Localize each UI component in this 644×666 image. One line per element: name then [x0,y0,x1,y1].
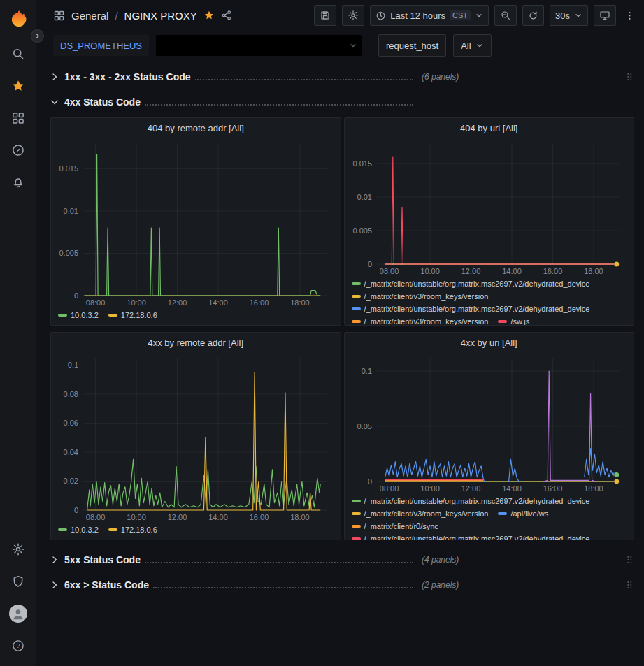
legend-item[interactable]: /_matrix/client/v3/room_keys/version [352,291,489,301]
sidebar-item-search[interactable] [0,38,36,70]
legend-item[interactable]: 10.0.3.2 [58,525,99,535]
row-drag-handle[interactable] [624,554,634,565]
share-icon[interactable] [221,10,232,21]
panel-title[interactable]: 4xx by remote addr [All] [51,333,341,352]
sidebar-item-alerting[interactable] [0,166,36,198]
legend-series-marker [352,512,361,515]
time-series-chart[interactable]: 08:0010:0012:0014:0016:0018:0000.020.040… [55,352,336,523]
panel-4xx-by-uri: 4xx by uri [All] 08:0010:0012:0014:0016:… [344,332,635,540]
svg-text:18:00: 18:00 [290,513,310,521]
row-header-1xx-3xx-2xx[interactable]: 1xx - 3xx - 2xx Status Code (6 panels) [50,67,634,87]
grafana-logo-icon [8,8,29,29]
svg-text:16:00: 16:00 [543,267,562,275]
sidebar-item-profile[interactable] [0,598,36,630]
row-header-4xx[interactable]: 4xx Status Code [50,92,634,112]
legend-item[interactable]: /_matrix/client/unstable/org.matrix.msc2… [352,279,590,289]
row-header-5xx[interactable]: 5xx Status Code (4 panels) [50,550,634,570]
sidebar-expand-button[interactable] [31,29,44,43]
legend-series-marker [352,282,361,285]
row-drag-handle[interactable] [624,579,634,591]
svg-text:0: 0 [74,291,78,300]
svg-text:18:00: 18:00 [290,298,310,307]
dashboard-settings-button[interactable] [342,5,364,26]
sidebar-item-server-admin[interactable] [0,565,36,598]
svg-text:0.1: 0.1 [361,367,371,375]
svg-text:0.08: 0.08 [64,390,78,398]
svg-text:0.015: 0.015 [59,164,78,173]
time-series-chart[interactable]: 08:0010:0012:0014:0016:0018:0000.050.1 [349,352,630,494]
sidebar-item-dashboards[interactable] [0,102,36,134]
grafana-logo[interactable] [6,7,30,31]
legend-item[interactable]: /_matrix/client/unstable/org.matrix.msc2… [352,304,590,314]
chart-legend: 10.0.3.2172.18.0.6 [51,308,341,325]
breadcrumb-section[interactable]: General [71,10,108,22]
chevron-right-icon [50,556,64,564]
request-host-variable-select[interactable]: All [453,34,491,57]
svg-text:10:00: 10:00 [127,298,146,307]
legend-item[interactable]: 10.0.3.2 [58,310,99,320]
sidebar: ? [0,0,36,666]
chevron-down-icon [349,41,357,50]
svg-text:0.04: 0.04 [64,448,78,456]
request-host-value: All [461,41,471,51]
zoom-out-button[interactable] [494,5,517,26]
legend-series-label: /_matrix/client/unstable/org.matrix.msc2… [364,535,590,540]
svg-text:14:00: 14:00 [502,267,522,275]
legend-item[interactable]: /api/live/ws [498,509,548,519]
time-series-chart[interactable]: 08:0010:0012:0014:0016:0018:0000.0050.01… [349,138,630,277]
legend-item[interactable]: 172.18.0.6 [108,310,157,320]
datasource-variable-value-select[interactable] [156,35,362,56]
legend-series-label: /_matrix/client/unstable/org.matrix.msc2… [364,280,590,288]
sidebar-item-settings[interactable] [0,533,36,565]
legend-item[interactable]: /_matrix/client/unstable/org.matrix.msc2… [352,496,590,506]
legend-series-label: /_matrix/client/v3/room_keys/version [364,509,489,518]
kebab-menu-button[interactable] [622,5,637,26]
datasource-variable-label[interactable]: DS_PROMETHEUS [53,35,149,56]
compass-icon [11,143,25,157]
panel-title[interactable]: 404 by remote addr [All] [51,118,341,138]
time-series-chart[interactable]: 08:0010:0012:0014:0016:0018:0000.0050.01… [55,138,336,308]
chevron-down-icon [50,98,64,106]
legend-item[interactable]: 172.18.0.6 [108,525,157,535]
row-panel-count: (2 panels) [422,580,459,590]
apps-icon [53,10,65,22]
refresh-button[interactable] [522,5,544,26]
svg-text:?: ? [16,642,20,649]
panel-title[interactable]: 4xx by uri [All] [345,333,634,352]
main-area: General / NGINX PROXY [36,0,644,666]
legend-item[interactable]: /_matrix/client/v3/room_keys/version [352,317,489,325]
chevron-right-icon [34,33,41,39]
chevron-right-icon [50,73,64,81]
legend-item[interactable]: /_matrix/client/r0/sync [352,521,438,531]
chart-legend: /_matrix/client/unstable/org.matrix.msc2… [345,494,634,540]
dashboard-title[interactable]: NGINX PROXY [124,10,197,22]
svg-text:0: 0 [74,506,78,514]
row-panel-count: (4 panels) [422,555,459,565]
sidebar-bottom: ? [0,533,36,662]
svg-text:18:00: 18:00 [584,484,603,493]
sidebar-item-starred[interactable] [0,70,36,102]
row-panel-count: (6 panels) [422,72,459,82]
legend-series-marker [352,525,361,528]
sidebar-item-explore[interactable] [0,134,36,166]
row-dotted-leader [195,71,413,80]
legend-item[interactable]: /_matrix/client/v3/room_keys/version [352,509,489,519]
panel-title[interactable]: 404 by uri [All] [345,118,634,138]
legend-item[interactable]: /sw.js [498,317,529,325]
legend-item[interactable]: /_matrix/client/unstable/org.matrix.msc2… [352,534,590,540]
tv-mode-button[interactable] [594,5,616,26]
svg-text:0.1: 0.1 [68,361,78,369]
legend-series-marker [352,537,361,540]
legend-series-label: /_matrix/client/unstable/org.matrix.msc2… [364,305,590,313]
row-header-6xx[interactable]: 6xx > Status Code (2 panels) [50,575,634,595]
save-dashboard-button[interactable] [314,5,336,26]
svg-text:0.015: 0.015 [352,159,372,168]
sidebar-item-help[interactable]: ? [0,630,36,662]
panel-404-by-remote-addr: 404 by remote addr [All] 08:0010:0012:00… [50,117,341,326]
svg-text:14:00: 14:00 [208,298,228,307]
refresh-interval-dropdown[interactable]: 30s [550,5,588,26]
legend-series-label: 172.18.0.6 [121,311,157,319]
row-drag-handle[interactable] [624,71,634,82]
time-range-picker[interactable]: Last 12 hours CST [370,5,489,26]
favorite-star-icon[interactable] [203,10,215,21]
